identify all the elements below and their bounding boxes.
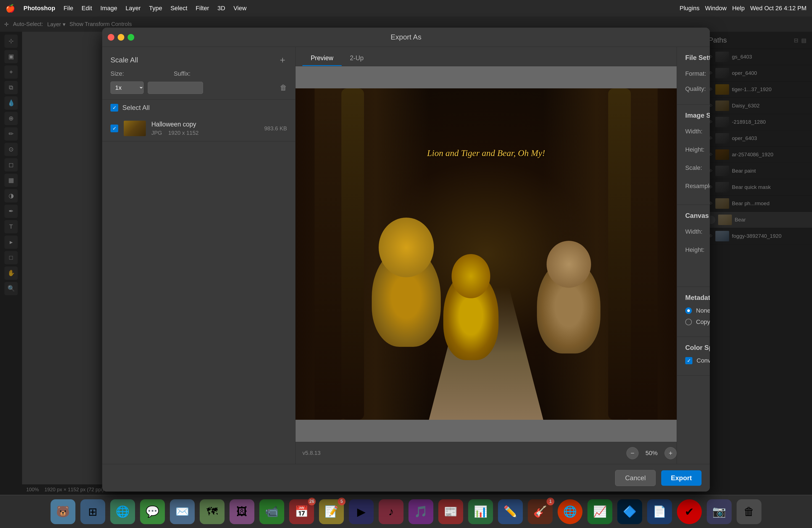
dock-numbers[interactable]: 📊	[468, 499, 493, 524]
close-button[interactable]	[108, 34, 114, 41]
dock-tv[interactable]: ▶	[349, 499, 374, 524]
tab-2up[interactable]: 2-Up	[342, 51, 372, 66]
metadata-copyright-row: Copyright and Contact Info	[685, 318, 710, 326]
color-space-title: Color Space	[685, 344, 710, 352]
canvas-width-label: Width:	[685, 228, 710, 235]
dock-photoshop[interactable]: 🔷	[617, 499, 642, 524]
dock-music[interactable]: ♪	[379, 499, 404, 524]
cancel-button[interactable]: Cancel	[615, 470, 656, 486]
width-row: Width: px	[685, 125, 710, 138]
menu-help[interactable]: Help	[732, 5, 744, 12]
menu-select[interactable]: Select	[170, 5, 187, 12]
metadata-none-label: None	[696, 307, 710, 314]
tab-preview[interactable]: Preview	[302, 51, 342, 66]
minimize-button[interactable]	[118, 34, 124, 41]
metadata-copyright-label: Copyright and Contact Info	[696, 318, 710, 326]
dock-finder[interactable]: 🐻	[50, 499, 75, 524]
delete-scale-button[interactable]: 🗑	[280, 84, 287, 92]
dock-launchpad[interactable]: ⊞	[81, 499, 105, 524]
size-label: Size:	[111, 70, 124, 77]
zoom-level-display: 50%	[646, 450, 657, 457]
tiger-dog-figure	[443, 272, 498, 360]
menu-filter[interactable]: Filter	[195, 5, 209, 12]
file-name: Halloween copy	[151, 121, 259, 128]
metadata-none-radio[interactable]	[685, 307, 692, 314]
datetime: Wed Oct 26 4:12 PM	[750, 5, 807, 12]
suffix-label: Suffix:	[174, 70, 191, 77]
dock-news[interactable]: 📰	[438, 499, 463, 524]
export-button[interactable]: Export	[661, 470, 701, 486]
file-item[interactable]: ✓ Halloween copy JPG 1920 x 1152	[102, 116, 295, 142]
dock-calendar[interactable]: 📅 26	[289, 499, 314, 524]
bear-dog-figure	[537, 260, 600, 353]
dock-messages[interactable]: 💬	[140, 499, 165, 524]
resample-row: Resample: Bicubic Automatic ▾	[685, 179, 710, 193]
canvas-size-section: Canvas Size Width: px Height: px Reset	[677, 205, 710, 287]
scale-row: Scale: 100% ▾	[685, 161, 710, 175]
menu-plugins[interactable]: Plugins	[680, 5, 700, 12]
file-checkbox[interactable]: ✓	[111, 124, 118, 132]
dock-instruments[interactable]: 🎸 1	[528, 499, 553, 524]
zoom-out-button[interactable]: −	[626, 447, 639, 459]
scale-all-header: Scale All ＋	[102, 47, 295, 70]
format-label: Format:	[685, 70, 710, 77]
app-name[interactable]: Photoshop	[24, 5, 55, 12]
add-scale-button[interactable]: ＋	[278, 54, 287, 66]
notes-badge: 5	[338, 498, 346, 505]
menu-layer[interactable]: Layer	[126, 5, 141, 12]
tree-4	[608, 88, 631, 420]
height-row: Height: px	[685, 143, 710, 156]
size-suffix-row: Size: Suffix:	[102, 70, 295, 82]
image-caption: Lion and Tiger and Bear, Oh My!	[427, 148, 545, 158]
metadata-section: Metadata None Copyright and Contact Info	[677, 287, 710, 337]
apple-menu[interactable]: 🍎	[5, 4, 15, 13]
menu-image[interactable]: Image	[100, 5, 117, 12]
dock-word[interactable]: 📄	[647, 499, 672, 524]
quality-row: Quality: Low High 6	[685, 85, 710, 92]
dialog-center: Preview 2-Up Lion and Tiger and	[295, 47, 677, 464]
file-info: Halloween copy JPG 1920 x 1152	[151, 121, 259, 136]
menu-3d[interactable]: 3D	[217, 5, 225, 12]
menu-window[interactable]: Window	[705, 5, 727, 12]
dock-trash[interactable]: 🗑	[737, 499, 762, 524]
metadata-copyright-radio[interactable]	[685, 319, 692, 325]
canvas-size-title: Canvas Size	[685, 212, 710, 220]
select-all-checkbox[interactable]: ✓	[111, 104, 118, 112]
menu-file[interactable]: File	[63, 5, 73, 12]
menubar: 🍎 Photoshop File Edit Image Layer Type S…	[0, 0, 812, 17]
metadata-title: Metadata	[685, 294, 710, 302]
menu-type[interactable]: Type	[149, 5, 162, 12]
dock-pages[interactable]: ✏️	[498, 499, 523, 524]
dialog-right-settings: File Settings Format: JPG ▾ Quality: Low	[677, 47, 710, 464]
menubar-right: Plugins Window Help Wed Oct 26 4:12 PM	[680, 5, 807, 12]
preview-image: Lion and Tiger and Bear, Oh My!	[295, 88, 677, 420]
menu-view[interactable]: View	[233, 5, 246, 12]
width-label: Width:	[685, 128, 710, 135]
suffix-input[interactable]	[148, 82, 203, 94]
zoom-in-button[interactable]: +	[665, 447, 677, 459]
preview-controls: v5.8.13 − 50% +	[295, 442, 677, 464]
file-settings-section: File Settings Format: JPG ▾ Quality: Low	[677, 47, 710, 105]
export-dialog: Export As Scale All ＋ Size: Suffix: 1x	[102, 28, 710, 492]
dock-chrome[interactable]: 🌐	[557, 499, 582, 524]
menu-edit[interactable]: Edit	[82, 5, 92, 12]
dock-fantastical[interactable]: ✔	[677, 499, 702, 524]
dock-facetime[interactable]: 📹	[259, 499, 284, 524]
resample-label: Resample:	[685, 182, 710, 190]
dock-photos[interactable]: 🖼	[230, 499, 255, 524]
dock-maps[interactable]: 🗺	[200, 499, 224, 524]
dock-image-capture[interactable]: 📷	[707, 499, 731, 524]
file-thumbnail	[124, 121, 146, 136]
dock-mail[interactable]: ✉️	[170, 499, 195, 524]
dialog-footer: Cancel Export	[102, 464, 710, 492]
dock-excel[interactable]: 📈	[588, 499, 612, 524]
dock-safari[interactable]: 🌐	[110, 499, 135, 524]
preview-canvas: Lion and Tiger and Bear, Oh My!	[295, 66, 677, 442]
maximize-button[interactable]	[128, 34, 134, 41]
scale-select[interactable]: 1x 2x 3x	[111, 82, 144, 94]
dock-notes[interactable]: 📝 5	[319, 499, 344, 524]
dialog-title: Export As	[391, 33, 421, 41]
convert-srgb-checkbox[interactable]: ✓	[685, 357, 692, 364]
dock-podcasts[interactable]: 🎵	[408, 499, 433, 524]
tree-1	[315, 88, 345, 420]
